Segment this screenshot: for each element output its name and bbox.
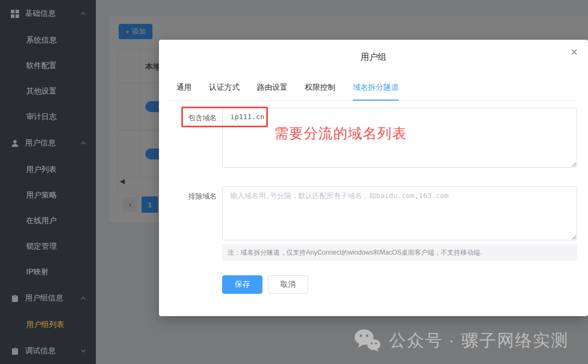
sidebar-group-debug-info[interactable]: 调试信息 (0, 337, 96, 364)
sidebar-item-system-info[interactable]: 系统信息 (0, 27, 96, 53)
sidebar-group-label: 调试信息 (25, 346, 56, 356)
sidebar-item-lock-management[interactable]: 锁定管理 (0, 233, 96, 259)
user-icon (11, 139, 19, 147)
chevron-up-icon (81, 11, 86, 16)
dialog-title: 用户组 (159, 52, 588, 63)
clipboard-icon (11, 347, 19, 355)
sidebar-item-software-config[interactable]: 软件配置 (0, 53, 96, 78)
dialog-header: 用户组 ✕ (159, 40, 588, 63)
sidebar: 基础信息 系统信息 软件配置 其他设置 审计日志 用户信息 用户列表 用户策略 … (0, 0, 96, 364)
save-button[interactable]: 保存 (222, 275, 262, 294)
include-domain-textarea[interactable]: ip111.cn (222, 108, 577, 168)
exclude-domain-textarea[interactable] (222, 186, 577, 240)
chevron-up-icon (81, 140, 86, 146)
sidebar-item-ip-mapping[interactable]: IP映射 (0, 259, 96, 285)
chevron-down-icon (81, 348, 86, 354)
sidebar-item-other-settings[interactable]: 其他设置 (0, 78, 96, 104)
sidebar-item-audit-log[interactable]: 审计日志 (0, 104, 96, 129)
tab-route-settings[interactable]: 路由设置 (257, 77, 287, 100)
exclude-domain-label: 排除域名 (159, 186, 217, 201)
watermark-label: 公众号 · 骡子网络实测 (389, 329, 569, 352)
dialog-tabs: 通用 认证方式 路由设置 权限控制 域名拆分隧道 (168, 77, 577, 101)
sidebar-group-label: 基础信息 (25, 9, 56, 18)
include-domain-row: 包含域名 ip111.cn (159, 108, 588, 170)
sidebar-item-usergroup-list[interactable]: 用户组列表 (0, 312, 96, 337)
sidebar-group-basic-info[interactable]: 基础信息 (0, 0, 96, 27)
wechat-icon (354, 329, 381, 352)
sidebar-group-usergroup-info[interactable]: 用户组信息 (0, 285, 96, 312)
sidebar-group-label: 用户信息 (25, 138, 56, 148)
split-tunnel-note: 注：域名拆分隧道，仅支持AnyConnect的windows和MacOS桌面客户… (222, 244, 577, 261)
split-tunnel-form: 包含域名 ip111.cn 排除域名 (159, 108, 588, 243)
tab-domain-split-tunnel[interactable]: 域名拆分隧道 (353, 77, 399, 101)
grid-icon (11, 10, 19, 18)
chevron-up-icon (81, 295, 86, 301)
close-icon[interactable]: ✕ (570, 47, 578, 57)
sidebar-group-user-info[interactable]: 用户信息 (0, 129, 96, 157)
watermark: 公众号 · 骡子网络实测 (354, 329, 569, 352)
clipboard-icon (11, 294, 19, 303)
tab-general[interactable]: 通用 (176, 77, 192, 100)
sidebar-item-user-policy[interactable]: 用户策略 (0, 182, 96, 208)
sidebar-group-label: 用户组信息 (25, 293, 63, 303)
cancel-button[interactable]: 取消 (268, 275, 308, 294)
dialog-actions: 保存 取消 (222, 275, 577, 294)
exclude-domain-row: 排除域名 (159, 186, 588, 243)
tab-permission-control[interactable]: 权限控制 (305, 77, 335, 100)
include-domain-label: 包含域名 (159, 108, 217, 123)
sidebar-item-user-list[interactable]: 用户列表 (0, 157, 96, 182)
sidebar-item-online-users[interactable]: 在线用户 (0, 208, 96, 233)
usergroup-dialog: 用户组 ✕ 通用 认证方式 路由设置 权限控制 域名拆分隧道 包含域名 ip11… (159, 40, 588, 316)
tab-auth-method[interactable]: 认证方式 (209, 77, 240, 100)
